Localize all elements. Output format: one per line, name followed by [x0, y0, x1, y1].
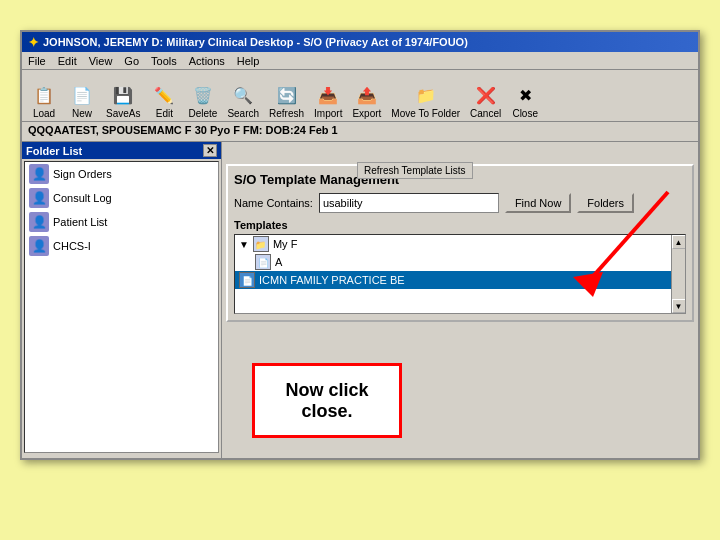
refresh-label: Refresh	[269, 108, 304, 119]
folder-panel-title: Folder List ✕	[22, 142, 221, 159]
template-label-icmn: ICMN FAMILY PRACTICE BE	[259, 274, 405, 286]
menu-bar: File Edit View Go Tools Actions Help	[22, 52, 698, 70]
click-close-text: Now click close.	[285, 380, 368, 422]
search-input[interactable]	[319, 193, 499, 213]
new-icon: 📄	[70, 83, 94, 107]
cancel-label: Cancel	[470, 108, 501, 119]
folder-panel: Folder List ✕ 👤 Sign Orders 👤 Consult Lo…	[22, 142, 222, 458]
folder-item-consult-log[interactable]: 👤 Consult Log	[25, 186, 218, 210]
edit-button[interactable]: ✏️ Edit	[146, 81, 182, 121]
edit-label: Edit	[156, 108, 173, 119]
new-label: New	[72, 108, 92, 119]
folder-panel-title-text: Folder List	[26, 145, 82, 157]
export-label: Export	[352, 108, 381, 119]
folder-item-chcs[interactable]: 👤 CHCS-I	[25, 234, 218, 258]
menu-go[interactable]: Go	[122, 54, 141, 68]
menu-actions[interactable]: Actions	[187, 54, 227, 68]
folder-panel-close-btn[interactable]: ✕	[203, 144, 217, 157]
import-icon: 📥	[316, 83, 340, 107]
folder-item-label-chcs: CHCS-I	[53, 240, 91, 252]
menu-view[interactable]: View	[87, 54, 115, 68]
main-area: Folder List ✕ 👤 Sign Orders 👤 Consult Lo…	[22, 142, 698, 458]
move-to-folder-button[interactable]: 📁 Move To Folder	[387, 81, 464, 121]
folder-item-label-consult-log: Consult Log	[53, 192, 112, 204]
menu-file[interactable]: File	[26, 54, 48, 68]
search-label: Name Contains:	[234, 197, 313, 209]
template-icon-icmn: 📄	[239, 272, 255, 288]
move-to-folder-icon: 📁	[414, 83, 438, 107]
export-icon: 📤	[355, 83, 379, 107]
svg-line-0	[588, 192, 668, 282]
menu-help[interactable]: Help	[235, 54, 262, 68]
delete-label: Delete	[188, 108, 217, 119]
menu-tools[interactable]: Tools	[149, 54, 179, 68]
title-bar: ✦ JOHNSON, JEREMY D: Military Clinical D…	[22, 32, 698, 52]
export-button[interactable]: 📤 Export	[348, 81, 385, 121]
delete-button[interactable]: 🗑️ Delete	[184, 81, 221, 121]
right-panel: Refresh Template Lists S/O Template Mana…	[222, 142, 698, 458]
saveas-icon: 💾	[111, 83, 135, 107]
edit-icon: ✏️	[152, 83, 176, 107]
person-icon-2: 👤	[29, 188, 49, 208]
menu-edit[interactable]: Edit	[56, 54, 79, 68]
load-button[interactable]: 📋 Load	[26, 81, 62, 121]
folder-item-label-sign-orders: Sign Orders	[53, 168, 112, 180]
search-button[interactable]: 🔍 Search	[223, 81, 263, 121]
title-text: JOHNSON, JEREMY D: Military Clinical Des…	[43, 36, 468, 48]
template-label-myf: My F	[273, 238, 297, 250]
search-icon: 🔍	[231, 83, 255, 107]
import-label: Import	[314, 108, 342, 119]
folder-item-label-patient-list: Patient List	[53, 216, 107, 228]
delete-icon: 🗑️	[191, 83, 215, 107]
close-icon: ✖	[513, 83, 537, 107]
folder-list-area: 👤 Sign Orders 👤 Consult Log 👤 Patient Li…	[24, 161, 219, 453]
cancel-button[interactable]: ❌ Cancel	[466, 81, 505, 121]
folder-icon: 📁	[253, 236, 269, 252]
refresh-button[interactable]: 🔄 Refresh	[265, 81, 308, 121]
refresh-icon: 🔄	[275, 83, 299, 107]
person-icon-1: 👤	[29, 164, 49, 184]
template-icon-a: 📄	[255, 254, 271, 270]
saveas-button[interactable]: 💾 SaveAs	[102, 81, 144, 121]
expand-icon: ▼	[239, 239, 249, 250]
load-icon: 📋	[32, 83, 56, 107]
close-label: Close	[512, 108, 538, 119]
red-arrow	[528, 182, 688, 302]
person-icon-4: 👤	[29, 236, 49, 256]
move-to-folder-label: Move To Folder	[391, 108, 460, 119]
patient-bar: QQQAATEST, SPOUSEMAMC F 30 Pyo F FM: DOB…	[22, 122, 698, 142]
import-button[interactable]: 📥 Import	[310, 81, 346, 121]
title-icon: ✦	[28, 35, 39, 50]
click-close-box: Now click close.	[252, 363, 402, 438]
folder-item-patient-list[interactable]: 👤 Patient List	[25, 210, 218, 234]
new-button[interactable]: 📄 New	[64, 81, 100, 121]
search-label: Search	[227, 108, 259, 119]
person-icon-3: 👤	[29, 212, 49, 232]
svg-marker-1	[573, 272, 603, 297]
folder-item-sign-orders[interactable]: 👤 Sign Orders	[25, 162, 218, 186]
toolbar: 📋 Load 📄 New 💾 SaveAs ✏️ Edit 🗑️ Delete …	[22, 70, 698, 122]
close-button[interactable]: ✖ Close	[507, 81, 543, 121]
cancel-icon: ❌	[474, 83, 498, 107]
saveas-label: SaveAs	[106, 108, 140, 119]
refresh-tooltip: Refresh Template Lists	[357, 162, 473, 179]
load-label: Load	[33, 108, 55, 119]
main-container: ✦ JOHNSON, JEREMY D: Military Clinical D…	[20, 30, 700, 460]
template-label-a: A	[275, 256, 282, 268]
